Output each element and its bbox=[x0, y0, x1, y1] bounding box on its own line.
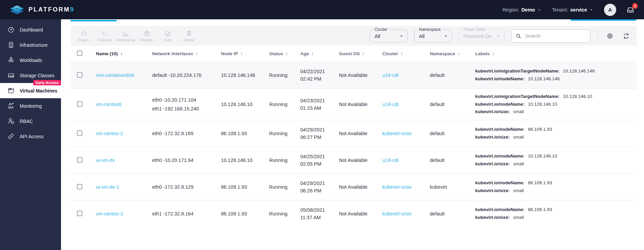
power-icon bbox=[80, 30, 87, 37]
column-header-label: Name (10) bbox=[96, 51, 118, 56]
monitoring-action-button[interactable]: Monitoring bbox=[115, 30, 136, 42]
sort-up-icon: ↑ bbox=[311, 51, 314, 57]
sort-up-icon: ↑ bbox=[458, 51, 460, 57]
column-header-network-interfaces[interactable]: Network Interfaces↑ bbox=[152, 51, 221, 57]
action-label: Power bbox=[78, 38, 89, 42]
row-checkbox[interactable] bbox=[77, 101, 82, 107]
cell-name: vmi-containerdisk bbox=[96, 72, 152, 78]
column-header-labels[interactable]: Labels↑ bbox=[475, 51, 637, 57]
cell-cluster: u18-cdi bbox=[382, 102, 430, 107]
sidebar-item-monitoring[interactable]: Monitoring bbox=[0, 98, 61, 113]
platform9-logo: PLATFORM9 bbox=[9, 4, 75, 16]
vm-name-link[interactable]: vmi-containerdisk bbox=[96, 72, 134, 78]
sidebar-item-rbac[interactable]: RBAC bbox=[0, 113, 61, 129]
select-all-checkbox[interactable] bbox=[77, 50, 82, 56]
cluster-link[interactable]: kubevirt-sriov bbox=[382, 184, 411, 190]
search-input[interactable] bbox=[524, 33, 586, 39]
sidebar-item-label: Dashboard bbox=[20, 27, 43, 33]
refresh-icon bbox=[623, 33, 630, 40]
storage-icon bbox=[7, 72, 15, 79]
column-header-label: Node IP bbox=[221, 51, 238, 56]
cell-guest-os: Not Available bbox=[339, 102, 382, 107]
cell-node-ip: 10.128.146.146 bbox=[221, 72, 269, 78]
cell-age: 04/29/202106:27 PM bbox=[300, 126, 339, 141]
action-label: Monitoring bbox=[117, 38, 135, 42]
notifications-button[interactable]: 1 bbox=[626, 6, 635, 14]
cell-cluster: kubevirt-sriov bbox=[382, 184, 430, 190]
cubes-icon bbox=[7, 57, 15, 64]
cell-age: 04/22/202102:42 PM bbox=[300, 68, 339, 83]
table-row: vm-centos-3eth1 -172.32.8.16486.109.1.93… bbox=[71, 200, 637, 227]
column-header-status[interactable]: Status↑ bbox=[269, 51, 300, 57]
console-action-button[interactable]: Console bbox=[94, 30, 115, 42]
cell-name: ui-vm-dv-1 bbox=[96, 184, 152, 190]
cluster-filter-dropdown[interactable]: ClusterAll bbox=[370, 29, 408, 42]
vm-name-link[interactable]: vm-centos8 bbox=[96, 102, 121, 107]
console-icon bbox=[101, 30, 108, 37]
sidebar-item-dashboard[interactable]: Dashboard bbox=[0, 22, 61, 37]
row-checkbox[interactable] bbox=[77, 184, 82, 189]
namespace-filter-dropdown[interactable]: NamespaceAll bbox=[414, 29, 452, 42]
vm-name-link[interactable]: vm-centos-2 bbox=[96, 131, 123, 136]
cell-age: 05/08/202111:37 AM bbox=[300, 206, 339, 222]
action-label: Edit bbox=[164, 38, 171, 42]
user-avatar[interactable]: A bbox=[604, 4, 616, 16]
cluster-link[interactable]: kubevirt-sriov bbox=[382, 131, 411, 136]
sidebar-nav: DashboardInfrastructureWorkloadsStorage … bbox=[0, 22, 61, 144]
migrate-action-button[interactable]: Migrate bbox=[136, 30, 157, 42]
cell-cluster: u18-cdi bbox=[382, 72, 430, 78]
sort-up-icon: ↑ bbox=[240, 51, 243, 57]
row-checkbox[interactable] bbox=[77, 211, 82, 216]
sidebar-item-label: Workloads bbox=[20, 58, 42, 63]
column-header-cluster[interactable]: Cluster↑ bbox=[382, 51, 430, 57]
vm-name-link[interactable]: ui-vm-dv-1 bbox=[96, 184, 119, 190]
chevron-down-icon bbox=[589, 7, 594, 12]
region-selector[interactable]: Region: Demo bbox=[502, 7, 542, 13]
sidebar-item-api-access[interactable]: API Access bbox=[0, 129, 61, 144]
cluster-link[interactable]: kubevirt-sriov bbox=[382, 211, 411, 216]
cell-cluster: kubevirt-sriov bbox=[382, 211, 430, 216]
sidebar-item-infrastructure[interactable]: Infrastructure bbox=[0, 37, 61, 53]
cell-status: Running bbox=[269, 211, 300, 216]
row-checkbox[interactable] bbox=[77, 72, 82, 78]
refresh-button[interactable] bbox=[621, 31, 631, 41]
cell-network-interfaces: default -10.20.224.176 bbox=[152, 71, 221, 80]
row-checkbox[interactable] bbox=[77, 157, 82, 163]
column-header-label: Cluster bbox=[382, 51, 398, 56]
sidebar-item-virtual-machines[interactable]: Virtual MachinesEarly Access bbox=[0, 83, 61, 98]
toolbar: PowerConsoleMonitoringMigrateEditDelete … bbox=[71, 26, 637, 46]
cell-name: vm-centos-3 bbox=[96, 211, 152, 216]
cell-age: 04/29/202106:26 PM bbox=[300, 180, 339, 195]
column-header-age[interactable]: Age↑ bbox=[300, 51, 339, 57]
action-label: Delete bbox=[183, 38, 194, 42]
sidebar-item-workloads[interactable]: Workloads bbox=[0, 53, 61, 68]
cell-cluster: u18-cdi bbox=[382, 158, 430, 163]
delete-action-button[interactable]: Delete bbox=[178, 30, 199, 42]
edit-action-button[interactable]: Edit bbox=[157, 30, 178, 42]
table-row: ui-vm-dveth0 -10.20.171.9410.128.146.10R… bbox=[71, 147, 637, 173]
cluster-link[interactable]: u18-cdi bbox=[382, 158, 399, 163]
cell-namespace: default bbox=[430, 158, 475, 163]
table-row: vm-centos-2eth0 -172.32.8.16586.109.1.93… bbox=[71, 120, 637, 147]
region-label: Region: bbox=[502, 7, 519, 13]
column-header-guest-os[interactable]: Guest OS↑ bbox=[339, 51, 382, 57]
gauge-icon bbox=[7, 26, 15, 33]
trash-icon bbox=[185, 30, 193, 37]
vm-name-link[interactable]: vm-centos-3 bbox=[96, 211, 123, 216]
row-checkbox[interactable] bbox=[77, 130, 82, 136]
column-header-namespace[interactable]: Namespace↑ bbox=[430, 51, 475, 57]
column-header-node-ip[interactable]: Node IP↑ bbox=[221, 51, 269, 57]
cell-network-interfaces: eth0 -172.32.8.165 bbox=[152, 129, 221, 138]
monitoring-chart-icon bbox=[7, 102, 15, 109]
cell-node-ip: 86.109.1.93 bbox=[221, 131, 269, 136]
power-action-button[interactable]: Power bbox=[73, 30, 94, 42]
cell-node-ip: 86.109.1.93 bbox=[221, 211, 269, 216]
search-box bbox=[511, 29, 590, 43]
cluster-link[interactable]: u18-cdi bbox=[382, 72, 399, 78]
cell-labels: kubevirt.io/nodeName:86.109.1.93kubevirt… bbox=[475, 206, 637, 221]
tenant-selector[interactable]: Tenant: service bbox=[552, 7, 594, 13]
cluster-link[interactable]: u18-cdi bbox=[382, 102, 399, 107]
column-settings-button[interactable] bbox=[605, 31, 615, 41]
vm-name-link[interactable]: ui-vm-dv bbox=[96, 158, 115, 163]
column-header-name-10[interactable]: Name (10)↑ bbox=[96, 51, 152, 57]
